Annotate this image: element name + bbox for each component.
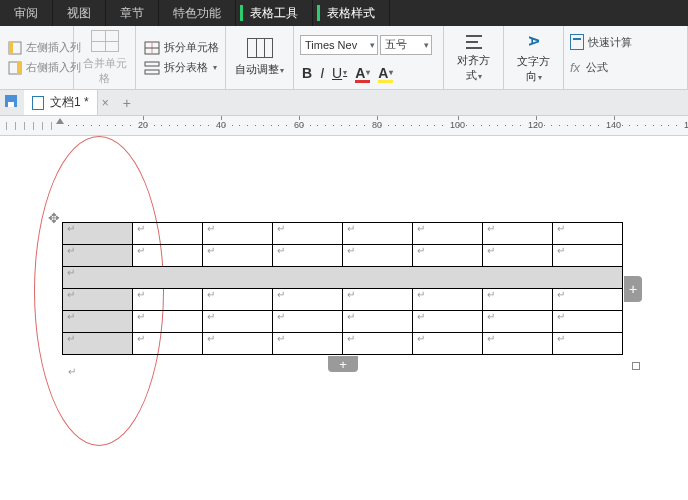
chevron-down-icon: ▾ (280, 66, 284, 75)
split-cells-label: 拆分单元格 (164, 40, 219, 55)
merged-cell[interactable]: ↵ (63, 267, 623, 289)
table-cell[interactable]: ↵ (273, 289, 343, 311)
document-table[interactable]: ↵ ↵ ↵ ↵ ↵ ↵ ↵ ↵ ↵ ↵ ↵ ↵ ↵ ↵ ↵ ↵ ↵ (62, 222, 623, 355)
quick-calc-button[interactable]: 快速计算 (570, 34, 681, 50)
table-cell[interactable]: ↵ (63, 333, 133, 355)
tab-chapter[interactable]: 章节 (106, 0, 159, 26)
highlight-button[interactable]: A▾ (378, 65, 393, 81)
align-button[interactable]: 对齐方式▾ (444, 26, 504, 89)
calc-group: 快速计算 fx 公式 (564, 26, 688, 89)
table-cell[interactable]: ↵ (63, 289, 133, 311)
table-cell[interactable]: ↵ (553, 245, 623, 267)
table-cell[interactable]: ↵ (483, 333, 553, 355)
font-name-select[interactable]: Times Nev ▾ (300, 35, 378, 55)
table-cell[interactable]: ↵ (483, 311, 553, 333)
split-group: 拆分单元格 拆分表格 ▾ (136, 26, 226, 89)
table-cell[interactable]: ↵ (343, 223, 413, 245)
auto-adjust-button[interactable]: 自动调整▾ (226, 26, 294, 89)
bold-button[interactable]: B (302, 65, 312, 81)
table-cell[interactable]: ↵ (203, 245, 273, 267)
document-canvas[interactable]: ✥ ↵ ↵ ↵ ↵ ↵ ↵ ↵ ↵ ↵ ↵ ↵ ↵ ↵ ↵ ↵ ↵ (0, 136, 688, 500)
table-cell[interactable]: ↵ (343, 333, 413, 355)
table-cell[interactable]: ↵ (133, 311, 203, 333)
add-column-handle[interactable]: + (624, 276, 642, 302)
split-cells-button[interactable]: 拆分单元格 (144, 40, 217, 56)
insert-left-column-button[interactable]: 左侧插入列 (8, 40, 65, 56)
table-cell[interactable]: ↵ (273, 245, 343, 267)
new-tab-button[interactable]: + (113, 95, 141, 111)
split-table-button[interactable]: 拆分表格 ▾ (144, 60, 217, 76)
table-cell[interactable]: ↵ (343, 311, 413, 333)
table-cell[interactable]: ↵ (203, 333, 273, 355)
tab-table-tools[interactable]: 表格工具 (236, 0, 313, 26)
table-cell[interactable]: ↵ (413, 289, 483, 311)
add-row-handle[interactable]: + (328, 356, 358, 372)
text-direction-button[interactable]: A 文字方向▾ (504, 26, 564, 89)
table-cell[interactable]: ↵ (483, 289, 553, 311)
ruler-tick: 160 (684, 120, 688, 130)
font-group: Times Nev ▾ 五号 ▾ B I U▾ A▾ A▾ (294, 26, 444, 89)
table-cell[interactable]: ↵ (553, 289, 623, 311)
font-name-value: Times Nev (305, 39, 357, 51)
svg-rect-1 (9, 42, 13, 54)
table-cell[interactable]: ↵ (203, 223, 273, 245)
table-cell[interactable]: ↵ (553, 223, 623, 245)
table-cell[interactable]: ↵ (343, 289, 413, 311)
formula-button[interactable]: fx 公式 (570, 60, 681, 75)
table-resize-handle[interactable] (632, 362, 640, 370)
table-cell[interactable]: ↵ (413, 333, 483, 355)
table-cell[interactable]: ↵ (273, 333, 343, 355)
page: ✥ ↵ ↵ ↵ ↵ ↵ ↵ ↵ ↵ ↵ ↵ ↵ ↵ ↵ ↵ ↵ ↵ (0, 156, 688, 500)
document-tab[interactable]: 文档1 * (24, 90, 98, 115)
table-cell[interactable]: ↵ (413, 311, 483, 333)
table-cell[interactable]: ↵ (133, 289, 203, 311)
auto-adjust-label: 自动调整 (235, 63, 279, 75)
table-cell[interactable]: ↵ (483, 223, 553, 245)
quick-calc-label: 快速计算 (588, 35, 632, 50)
svg-rect-8 (145, 70, 159, 74)
table-cell[interactable]: ↵ (273, 311, 343, 333)
table-cell[interactable]: ↵ (483, 245, 553, 267)
split-table-label: 拆分表格 (164, 60, 208, 75)
table-cell[interactable]: ↵ (63, 223, 133, 245)
first-line-indent-marker[interactable] (56, 118, 64, 124)
merge-cells-button[interactable]: 合并单元格 (74, 26, 136, 89)
save-icon[interactable] (4, 94, 18, 111)
table-cell[interactable]: ↵ (413, 223, 483, 245)
tab-special[interactable]: 特色功能 (159, 0, 236, 26)
table-cell[interactable]: ↵ (133, 245, 203, 267)
svg-rect-7 (145, 62, 159, 66)
font-color-button[interactable]: A▾ (355, 65, 370, 81)
table-cell[interactable]: ↵ (133, 223, 203, 245)
insert-right-icon (8, 60, 22, 76)
chevron-down-icon: ▾ (213, 63, 217, 72)
table-cell[interactable]: ↵ (63, 311, 133, 333)
align-label: 对齐方式 (457, 54, 490, 81)
table-cell[interactable]: ↵ (553, 333, 623, 355)
italic-button[interactable]: I (320, 65, 324, 81)
table-cell[interactable]: ↵ (553, 311, 623, 333)
underline-button[interactable]: U▾ (332, 65, 347, 81)
table-cell[interactable]: ↵ (203, 311, 273, 333)
close-tab-button[interactable]: × (98, 96, 113, 110)
auto-adjust-icon (247, 38, 273, 58)
table-cell[interactable]: ↵ (203, 289, 273, 311)
table-row: ↵ ↵ ↵ ↵ ↵ ↵ ↵ ↵ (63, 311, 623, 333)
tab-review[interactable]: 审阅 (0, 0, 53, 26)
insert-right-column-button[interactable]: 右侧插入列 (8, 60, 65, 76)
insert-left-icon (8, 40, 22, 56)
chevron-down-icon: ▾ (370, 40, 375, 50)
table-cell[interactable]: ↵ (133, 333, 203, 355)
align-icon (464, 33, 484, 51)
table-move-handle[interactable]: ✥ (48, 210, 62, 224)
table-cell[interactable]: ↵ (343, 245, 413, 267)
font-size-select[interactable]: 五号 ▾ (380, 35, 432, 55)
table-cell[interactable]: ↵ (63, 245, 133, 267)
chevron-down-icon: ▾ (424, 40, 429, 50)
horizontal-ruler[interactable]: 20406080100120140160 (0, 116, 688, 136)
calculator-icon (570, 34, 584, 50)
tab-view[interactable]: 视图 (53, 0, 106, 26)
table-cell[interactable]: ↵ (273, 223, 343, 245)
tab-table-style[interactable]: 表格样式 (313, 0, 390, 26)
table-cell[interactable]: ↵ (413, 245, 483, 267)
